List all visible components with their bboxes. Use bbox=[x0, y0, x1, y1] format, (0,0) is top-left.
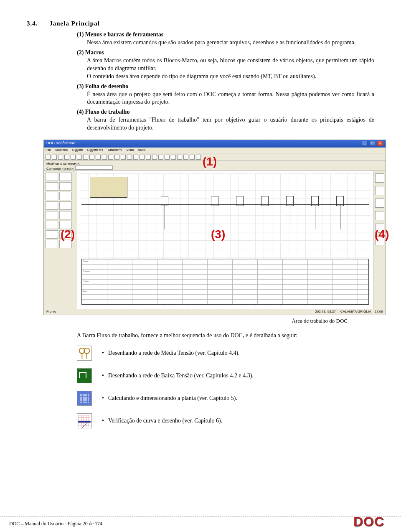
macro-block[interactable] bbox=[59, 211, 72, 219]
item-3-label: (3) Folha de desenho bbox=[77, 83, 128, 89]
toolbar-icon[interactable] bbox=[58, 155, 63, 160]
section-heading: 3.4. Janela Principal bbox=[27, 20, 374, 27]
bullet-4: Verificação de curva e desenho (ver. Cap… bbox=[102, 417, 222, 424]
doc-logo: DOC bbox=[353, 514, 384, 529]
annotation-2: (2) bbox=[61, 228, 75, 241]
toolbar-icon[interactable] bbox=[96, 155, 101, 160]
cmd-input[interactable] bbox=[75, 165, 113, 170]
toolbar-icon[interactable] bbox=[102, 155, 107, 160]
macro-block[interactable] bbox=[46, 182, 58, 191]
macro-block[interactable] bbox=[59, 173, 72, 181]
workflow-step-icon[interactable] bbox=[375, 186, 384, 195]
toolbar-icon[interactable] bbox=[108, 155, 113, 160]
macro-block[interactable] bbox=[59, 182, 72, 191]
feeder-line bbox=[215, 204, 215, 229]
macro-block[interactable] bbox=[46, 192, 58, 200]
toolbar-icon[interactable] bbox=[77, 155, 82, 160]
status-zoom: 17.09 bbox=[375, 310, 383, 313]
bullet-1: Desenhando a rede de Média Tensão (ver. … bbox=[102, 350, 240, 356]
menu-item[interactable]: File bbox=[46, 148, 51, 152]
workflow-step-icon[interactable] bbox=[375, 199, 384, 208]
annotation-4: (4) bbox=[375, 228, 389, 241]
macro-block[interactable] bbox=[46, 173, 58, 181]
toolbar-icon[interactable] bbox=[140, 155, 145, 160]
toolbar-icon[interactable] bbox=[83, 155, 88, 160]
feeder-line bbox=[315, 204, 315, 229]
toolbar-icon[interactable] bbox=[121, 155, 126, 160]
toolbar-icon[interactable] bbox=[183, 155, 188, 160]
macro-block[interactable] bbox=[46, 230, 58, 239]
item-3-body: É nessa área que o projeto que será feit… bbox=[87, 91, 374, 107]
figure-caption: Área de trabalho do DOC bbox=[27, 318, 348, 324]
curve-check-icon bbox=[77, 413, 92, 428]
menu-item[interactable]: Modifica bbox=[55, 148, 68, 152]
toolbar-icon[interactable] bbox=[165, 155, 170, 160]
item-1-body: Nessa área existem comandos que são usad… bbox=[87, 39, 374, 47]
toolbar-icon[interactable] bbox=[52, 155, 57, 160]
toolbar-icon[interactable] bbox=[152, 155, 157, 160]
toolbar-icon[interactable] bbox=[133, 155, 138, 160]
toolbar-icon[interactable] bbox=[158, 155, 163, 160]
section-number: 3.4. bbox=[27, 20, 38, 27]
close-icon[interactable]: × bbox=[377, 141, 383, 146]
menu-item[interactable]: Oggetti MT bbox=[87, 148, 104, 152]
menu-item[interactable]: Strumenti bbox=[108, 148, 122, 152]
toolbar-icon[interactable] bbox=[177, 155, 182, 160]
app-screenshot: DOC <Anônimo> _ □ × File Modifica Oggett… bbox=[43, 140, 386, 315]
app-titlebar: DOC <Anônimo> _ □ × bbox=[44, 140, 386, 148]
toolbar-icon[interactable] bbox=[196, 155, 201, 160]
macro-block[interactable] bbox=[46, 221, 58, 229]
macro-block[interactable] bbox=[46, 240, 58, 248]
item-4-body: A barra de ferramentas "Fluxo de trabalh… bbox=[87, 116, 374, 132]
annotation-1: (1) bbox=[203, 155, 217, 168]
bullet-2: Desenhando a rede de Baixa Tensão (ver. … bbox=[102, 372, 254, 379]
item-2-body: A área Macros contém todos os Blocos-Mac… bbox=[87, 57, 374, 81]
status-bar: Pronto -202.73;-58.37 CALAMITA GRIGLIA 1… bbox=[44, 309, 386, 315]
status-left: Pronto bbox=[46, 310, 56, 314]
app-title: DOC <Anônimo> bbox=[46, 141, 75, 147]
minimize-icon[interactable]: _ bbox=[362, 141, 368, 146]
workflow-step-icon[interactable] bbox=[375, 173, 384, 183]
toolbar-icon[interactable] bbox=[64, 155, 69, 160]
footer-text: DOC – Manual do Usuário - Página 20 de 1… bbox=[9, 521, 102, 527]
toolbar-icon[interactable] bbox=[71, 155, 76, 160]
menu-item[interactable]: Aiuto bbox=[138, 148, 145, 152]
toolbar-icon[interactable] bbox=[171, 155, 176, 160]
toolbar-icon[interactable] bbox=[146, 155, 151, 160]
toolbar-icon[interactable] bbox=[46, 155, 51, 160]
toolbar-icon[interactable] bbox=[127, 155, 132, 160]
annotation-3: (3) bbox=[211, 228, 225, 241]
bullet-3: Calculando e dimensionando a planta (ver… bbox=[102, 395, 237, 402]
macro-block[interactable] bbox=[59, 192, 72, 200]
workflow-step-icon[interactable] bbox=[375, 211, 384, 220]
section-content: (1) Menus e barras de ferramentas Nessa … bbox=[77, 31, 374, 132]
macro-block[interactable] bbox=[59, 240, 72, 248]
lv-network-icon bbox=[77, 368, 92, 383]
maximize-icon[interactable]: □ bbox=[369, 141, 375, 146]
section-title: Janela Principal bbox=[49, 20, 100, 27]
bottom-paragraph: A Barra Fluxo de trabalho, fornece a mel… bbox=[77, 332, 374, 340]
window-controls: _ □ × bbox=[361, 141, 383, 147]
macro-block[interactable] bbox=[46, 211, 58, 219]
macro-block[interactable] bbox=[59, 201, 72, 210]
report-table: Desc. Dados Cabo Prot. bbox=[81, 259, 369, 305]
app-menubar: File Modifica Oggetti Oggetti MT Strumen… bbox=[44, 148, 386, 153]
menu-item[interactable]: Oggetti bbox=[72, 148, 83, 152]
cmd-prompt: Comando <predi>: bbox=[46, 167, 74, 171]
item-2-label: (2) Macros bbox=[77, 49, 104, 56]
status-coords: -202.73;-58.37 bbox=[314, 310, 336, 313]
macro-block[interactable] bbox=[46, 201, 58, 210]
item-4-label: (4) Fluxo de trabalho bbox=[77, 109, 129, 115]
feeder-line bbox=[290, 204, 290, 229]
feeder-line bbox=[165, 204, 165, 229]
menu-item[interactable]: Vista bbox=[126, 148, 134, 152]
workflow-bullet-list: Desenhando a rede de Média Tensão (ver. … bbox=[77, 346, 374, 428]
feeder-line bbox=[265, 204, 265, 229]
project-info-table bbox=[90, 177, 127, 198]
toolbar-icon[interactable] bbox=[114, 155, 119, 160]
toolbar-icon[interactable] bbox=[190, 155, 195, 160]
mv-network-icon bbox=[77, 346, 92, 361]
toolbar-icon[interactable] bbox=[89, 155, 94, 160]
feeder-line bbox=[340, 204, 340, 229]
status-mode: CALAMITA GRIGLIA bbox=[340, 310, 371, 313]
